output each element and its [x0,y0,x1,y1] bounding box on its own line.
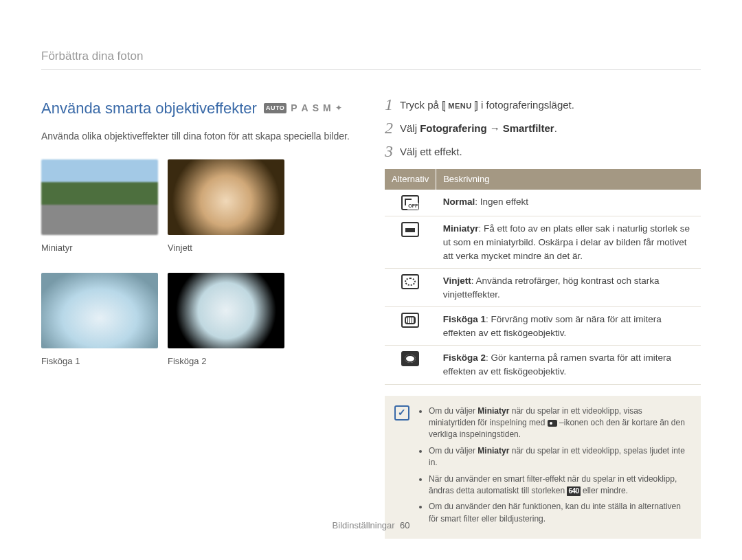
note-item: Om du väljer Miniatyr när du spelar in e… [429,445,690,469]
table-row: Fisköga 2: Gör kanterna på ramen svarta … [385,346,701,384]
note-item: När du använder en smart filter-effekt n… [429,473,690,497]
menu-key-icon: MENU [445,101,475,112]
caption-vinjett: Vinjett [168,242,284,255]
step-1-text-b: ] i fotograferingsläget. [475,99,574,111]
note-item: Om du väljer Miniatyr när du spelar in e… [429,405,690,441]
info-icon: ✓ [394,405,409,421]
step-1-text-a: Tryck på [ [400,99,445,111]
row-miniatyr-name: Miniatyr [443,223,479,234]
thumbnail-miniatyr [41,159,158,235]
right-column: 1 Tryck på [MENU] i fotograferingsläget.… [385,98,701,539]
effect-off-icon [401,195,419,210]
title-row: Använda smarta objektiveffekter AUTO P A… [41,98,357,120]
step-number-2: 2 [385,120,393,136]
note-3-b: eller mindre. [581,486,628,495]
th-option: Alternativ [385,169,436,190]
step-number-3: 3 [385,143,393,159]
mode-letter-a: A [302,101,308,115]
row-vinjett-name: Vinjett [443,276,471,286]
step-1-text: Tryck på [MENU] i fotograferingsläget. [400,98,574,113]
manual-page: Förbättra dina foton Använda smarta obje… [0,0,742,560]
arrow-icon: → [490,122,500,134]
step-2-text-c: . [554,122,557,134]
note-1-b: Miniatyr [477,406,509,416]
table-row: Vinjett: Använda retrofärger, hög kontra… [385,269,701,307]
thumbnail-vinjett [168,159,284,235]
effect-fisheye-2-icon [401,351,419,366]
divider [41,69,701,70]
caption-fiskoga-1: Fisköga 1 [41,355,158,368]
note-2-b: Miniatyr [477,446,509,456]
mode-letter-s: S [313,101,319,115]
table-row: Normal: Ingen effekt [385,190,701,216]
effect-vignette-icon [401,274,419,289]
page-title: Använda smarta objektiveffekter [41,98,257,120]
step-2: 2 Välj Fotografering→Smartfilter. [385,121,701,136]
caption-fiskoga-2: Fisköga 2 [168,355,284,368]
size-640-badge: 640 [567,486,580,497]
effect-miniature-icon [401,222,419,237]
note-1-a: Om du väljer [429,406,477,416]
auto-mode-badge: AUTO [264,103,286,113]
page-number: 60 [400,520,409,530]
thumbnail-fiskoga-1 [41,273,158,348]
row-fiskoga1-name: Fisköga 1 [443,314,486,324]
step-2-text-a: Välj [400,122,420,134]
left-column: Använda smarta objektiveffekter AUTO P A… [41,98,357,539]
step-3-text: Välj ett effekt. [400,144,462,159]
step-3: 3 Välj ett effekt. [385,144,701,159]
thumbnail-fiskoga-2 [168,273,284,348]
content-columns: Använda smarta objektiveffekter AUTO P A… [41,98,701,539]
note-list: Om du väljer Miniatyr när du spelar in e… [418,405,690,530]
page-footer: Bildinställningar 60 [0,519,742,533]
effect-fisheye-1-icon [401,313,419,328]
record-icon [548,420,557,427]
note-2-a: Om du väljer [429,446,477,456]
breadcrumb: Förbättra dina foton [41,48,701,65]
mode-icons: AUTO P A S M ✦ [264,101,342,115]
th-description: Beskrivning [436,169,701,190]
mode-letter-p: P [291,101,297,115]
row-miniatyr-desc: : Få ett foto av en plats eller sak i na… [443,223,690,260]
footer-section: Bildinställningar [333,520,395,530]
step-2-text: Välj Fotografering→Smartfilter. [400,121,557,136]
movie-mode-icon: ✦ [335,102,342,114]
note-3-a: När du använder en smart filter-effekt n… [429,474,677,495]
row-normal-desc: : Ingen effekt [475,197,528,207]
intro-text: Använda olika objektiveffekter till dina… [41,129,357,143]
example-grid: Miniatyr Vinjett Fisköga 1 Fisköga 2 [41,159,357,379]
row-normal-name: Normal [443,197,475,207]
mode-letter-m: M [323,101,331,115]
options-table: Alternativ Beskrivning Normal: Ingen eff… [385,169,701,385]
step-2-bold-1: Fotografering [420,122,487,134]
step-1: 1 Tryck på [MENU] i fotograferingsläget. [385,98,701,113]
caption-miniatyr: Miniatyr [41,242,158,255]
step-number-1: 1 [385,96,393,113]
note-box: ✓ Om du väljer Miniatyr när du spelar in… [385,396,701,539]
step-2-bold-2: Smartfilter [503,122,554,134]
table-row: Fisköga 1: Förvräng motiv som är nära fö… [385,307,701,346]
table-row: Miniatyr: Få ett foto av en plats eller … [385,216,701,269]
row-fiskoga2-name: Fisköga 2 [443,352,486,363]
row-vinjett-desc: : Använda retrofärger, hög kontrast och … [443,276,660,300]
